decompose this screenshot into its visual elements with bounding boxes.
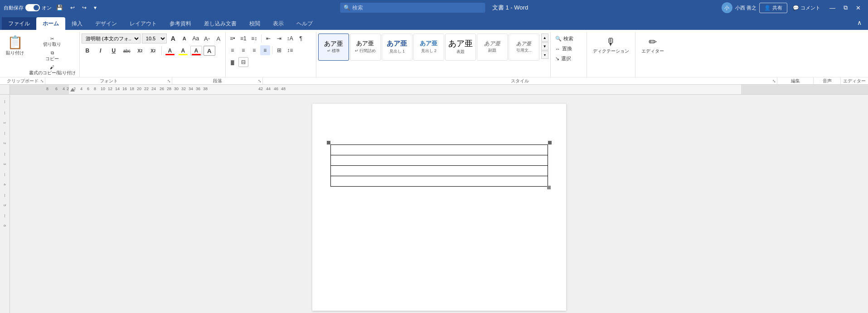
number-list-button[interactable]: ≡1 [238,34,248,43]
style-scroll-up[interactable]: ▲ [541,34,548,42]
align-left-button[interactable]: ≡ [228,45,238,55]
multilevel-list-button[interactable]: ≡↕ [249,34,259,43]
tab-review[interactable]: 校閲 [243,17,267,30]
show-marks-button[interactable]: ¶ [296,34,306,43]
undo-button[interactable]: ↩ [68,4,78,12]
tab-view[interactable]: 表示 [267,17,290,30]
table-corner-handle[interactable] [548,141,552,144]
text-effect-button[interactable]: A [213,34,223,43]
table-cell-r2c1[interactable] [330,155,548,166]
font-expand[interactable]: ⤡ [167,79,171,83]
bullet-list-button[interactable]: ≡• [228,34,238,43]
tab-design[interactable]: デザイン [89,17,123,30]
style-item-heading2[interactable]: あア亜 見出し 2 [413,34,444,61]
user-area[interactable]: 小 小西 善之 [722,2,756,13]
increase-indent-button[interactable]: ⇥ [274,34,284,43]
font-shrink-button[interactable]: A [179,34,189,43]
font-color2-button[interactable]: A [190,46,202,56]
ribbon-collapse-button[interactable]: ∧ [854,15,864,30]
document-table[interactable] [330,144,548,187]
select-button[interactable]: ↘ 選択 [553,54,585,63]
tab-home[interactable]: ホーム [36,17,65,30]
table-cell-r3c1[interactable] [330,166,548,176]
vr-4: | [4,131,5,135]
strikethrough-button[interactable]: abc [121,46,133,56]
paragraph-expand[interactable]: ⤡ [258,79,262,83]
underline-button[interactable]: U [108,46,120,56]
line-spacing-button[interactable]: ↕≡ [285,45,295,55]
change-case-button[interactable]: Aa [191,34,201,43]
subscript-button[interactable]: X2 [134,46,146,56]
copy-button[interactable]: ⧉ コピー [27,49,78,63]
tab-insert[interactable]: 挿入 [65,17,89,30]
text-cursor [330,153,331,159]
style-gallery: あア亜 ↵ 標準 あア亜 ↵ 行間詰め あア亜 見出し 1 あア亜 見出し 2 … [318,34,539,61]
restore-button[interactable]: ⧉ [840,3,851,12]
align-center-button[interactable]: ≡ [238,45,248,55]
ruler-24: 24 [151,87,156,91]
font-family-select[interactable]: 游明朝 (本文のフォ... [82,34,141,43]
table-resize-handle[interactable] [547,186,551,189]
borders-button[interactable]: ⊟ [238,57,248,67]
style-item-quote[interactable]: あア亜 引用文... [509,34,539,61]
save-button[interactable]: 💾 [53,4,66,12]
style-more[interactable]: ▾ [541,51,548,59]
table-move-handle[interactable] [327,141,330,144]
format-painter-button[interactable]: 🖌 書式のコピー/貼り付け [27,64,78,77]
comment-button[interactable]: 💬 コメント [790,3,823,13]
clear-format-button[interactable]: A × [202,34,212,43]
tab-mailings[interactable]: 差し込み文書 [198,17,243,30]
style-item-compact[interactable]: あア亜 ↵ 行間詰め [350,34,381,61]
close-button[interactable]: ✕ [852,3,864,12]
italic-button[interactable]: I [95,46,107,56]
shading-button[interactable]: ▓ [228,57,238,67]
font-color-button[interactable]: A [164,46,176,56]
font-size-select[interactable]: 10.5 [142,34,167,43]
style-item-standard[interactable]: あア亜 ↵ 標準 [318,34,349,61]
style-preview: あア亜 [356,40,374,47]
style-item-subtitle[interactable]: あア亜 副題 [477,34,508,61]
tab-file[interactable]: ファイル [2,17,36,30]
editor-button[interactable]: ✏ エディター [639,34,666,57]
superscript-button[interactable]: X2 [147,46,159,56]
decrease-indent-button[interactable]: ⇤ [263,34,273,43]
columns-button[interactable]: ⊞ [274,45,284,55]
table-cell-r4c1[interactable] [330,176,548,187]
clipboard-expand[interactable]: ⤡ [40,79,44,83]
tab-layout[interactable]: レイアウト [123,17,163,30]
replace-button[interactable]: ↔ 置換 [553,44,585,53]
editor-section: ✏ エディター [635,32,670,77]
ruler-track[interactable]: 8 6 4 2 2 4 6 8 10 12 14 16 18 20 22 24 … [10,85,868,94]
bold-button[interactable]: B [82,46,93,56]
style-scroll-down[interactable]: ▼ [541,42,548,50]
styles-expand[interactable]: ⤡ [772,79,776,83]
style-item-heading1[interactable]: あア亜 見出し 1 [382,34,412,61]
table-cell-r1c1[interactable] [330,145,548,155]
paste-button[interactable]: 📋 貼り付け [4,34,26,58]
ruler-left-indent[interactable] [70,88,75,91]
sort-button[interactable]: ↕A [285,34,295,43]
search-input[interactable] [352,5,470,11]
dictate-button[interactable]: 🎙 ディクテーション [591,34,631,57]
share-button[interactable]: 👤 共有 [759,3,787,13]
minimize-button[interactable]: — [826,3,839,12]
tab-help[interactable]: ヘルプ [290,17,319,30]
align-right-button[interactable]: ≡ [249,45,259,55]
customize-qat-button[interactable]: ▾ [91,4,99,12]
style-preview: あア亜 [420,40,437,47]
align-justify-button[interactable]: ≡ [260,45,270,55]
doc-area[interactable] [10,95,868,313]
replace-icon: ↔ [555,46,560,52]
paragraph-row2: ≡ ≡ ≡ ≡ ⊞ ↕≡ [228,45,314,55]
cut-button[interactable]: ✂ 切り取り [27,35,78,48]
font-grow-button[interactable]: A [168,34,178,43]
tab-references[interactable]: 参考資料 [163,17,198,30]
style-item-title[interactable]: あア亜 表題 [445,34,476,61]
text-border-button[interactable]: A [204,46,215,56]
highlight-button[interactable]: A [177,46,189,56]
autosave-toggle[interactable] [25,4,40,11]
main-area: | | 1 | 2 | 3 | 4 | 5 | 6 [0,95,868,313]
redo-button[interactable]: ↪ [79,4,89,12]
find-button[interactable]: 🔍 検索 [553,34,585,43]
autosave-on-label: オン [42,5,52,11]
